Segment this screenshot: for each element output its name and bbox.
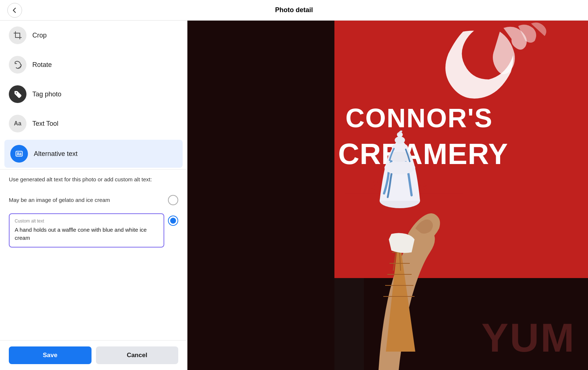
svg-text:CREAMERY: CREAMERY [338,138,508,170]
header: Photo detail [0,0,588,21]
left-panel: Crop Rotate Tag photo [0,21,187,370]
custom-alt-text-inner: Custom alt text A hand holds out a waffl… [15,218,158,242]
alt-text-section: Use generated alt text for this photo or… [0,170,187,340]
main-layout: Crop Rotate Tag photo [0,21,588,370]
sidebar-item-crop[interactable]: Crop [0,21,187,50]
save-button[interactable]: Save [9,346,92,364]
generated-radio[interactable] [168,195,178,205]
svg-point-0 [16,92,17,93]
back-button[interactable] [7,3,22,18]
sidebar-item-tag-photo[interactable]: Tag photo [0,79,187,109]
svg-point-25 [395,136,405,144]
svg-rect-13 [187,21,334,370]
right-panel: CONNOR'S CREAMERY Soft Serve YUM [187,21,588,370]
custom-radio[interactable] [168,216,178,226]
photo-image: CONNOR'S CREAMERY Soft Serve YUM [187,21,588,370]
crop-icon [9,26,26,44]
tag-icon [9,85,26,103]
text-tool-label: Text Tool [32,120,58,128]
crop-label: Crop [32,32,47,39]
footer-buttons: Save Cancel [0,340,187,370]
tag-photo-label: Tag photo [32,90,61,98]
rotate-icon [9,56,26,74]
sidebar-item-text-tool[interactable]: Aa Text Tool [0,109,187,138]
sidebar-item-rotate[interactable]: Rotate [0,50,187,79]
alt-text-description: Use generated alt text for this photo or… [9,175,178,184]
svg-text:CONNOR'S: CONNOR'S [345,103,493,133]
custom-alt-text-wrapper[interactable]: Custom alt text A hand holds out a waffl… [9,213,164,248]
svg-point-22 [384,161,415,174]
rotate-label: Rotate [32,61,52,69]
cancel-button[interactable]: Cancel [96,346,179,364]
svg-text:YUM: YUM [481,315,576,360]
alt-text-icon: Aa [10,145,28,163]
page-title: Photo detail [275,6,313,14]
custom-alt-text-row: Custom alt text A hand holds out a waffl… [9,209,178,252]
sidebar-item-alternative-text[interactable]: Aa Alternative text [4,140,183,168]
custom-alt-text-label: Custom alt text [15,218,158,224]
text-tool-icon: Aa [9,115,26,132]
custom-alt-text-value[interactable]: A hand holds out a waffle cone with blue… [15,226,158,242]
back-arrow-icon [11,7,18,14]
generated-alt-text-option[interactable]: May be an image of gelato and ice cream [9,191,178,209]
photo-container: CONNOR'S CREAMERY Soft Serve YUM [187,21,588,370]
alternative-text-label: Alternative text [34,150,78,158]
svg-text:Aa: Aa [17,152,22,156]
generated-alt-text-label: May be an image of gelato and ice cream [9,197,168,203]
